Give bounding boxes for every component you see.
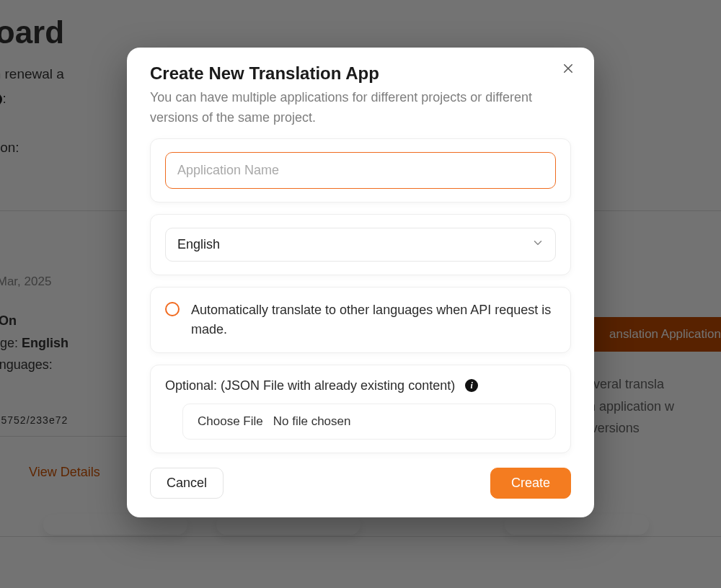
file-input[interactable]: Choose File No file chosen bbox=[182, 404, 556, 440]
auto-translate-toggle[interactable] bbox=[165, 302, 180, 316]
file-choose-label: Choose File bbox=[198, 414, 263, 429]
language-panel: English bbox=[150, 214, 571, 275]
modal-footer: Cancel Create bbox=[150, 468, 571, 499]
close-button[interactable] bbox=[558, 59, 578, 79]
create-button[interactable]: Create bbox=[490, 468, 571, 499]
language-select[interactable]: English bbox=[165, 228, 556, 262]
auto-translate-label: Automatically translate to other languag… bbox=[191, 300, 556, 339]
file-status: No file chosen bbox=[273, 414, 351, 429]
cancel-button[interactable]: Cancel bbox=[150, 468, 224, 499]
optional-file-panel: Optional: (JSON File with already existi… bbox=[150, 365, 571, 453]
application-name-input[interactable] bbox=[165, 152, 556, 189]
close-icon bbox=[562, 62, 575, 77]
modal-subtitle: You can have multiple applications for d… bbox=[150, 88, 561, 128]
application-name-panel bbox=[150, 138, 571, 202]
create-translation-app-modal: Create New Translation App You can have … bbox=[127, 48, 594, 517]
info-icon[interactable]: i bbox=[465, 379, 478, 392]
auto-translate-panel: Automatically translate to other languag… bbox=[150, 287, 571, 353]
language-select-value: English bbox=[165, 228, 556, 262]
modal-title: Create New Translation App bbox=[150, 63, 571, 84]
modal-overlay[interactable]: Create New Translation App You can have … bbox=[0, 0, 721, 588]
optional-file-label: Optional: (JSON File with already existi… bbox=[165, 378, 455, 393]
